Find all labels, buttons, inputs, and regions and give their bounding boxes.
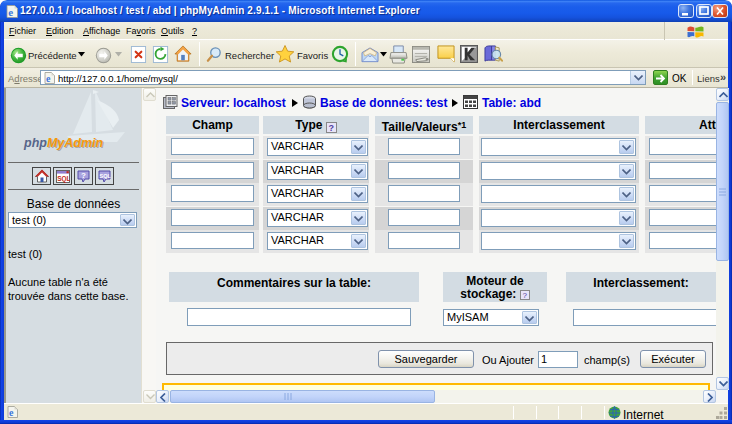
svg-text:?: ?	[81, 171, 86, 180]
svg-text:e: e	[9, 407, 14, 418]
svg-text:SQL: SQL	[100, 173, 112, 179]
svg-text:e: e	[8, 6, 13, 18]
svg-text:e: e	[46, 73, 51, 84]
svg-text:SQL: SQL	[57, 175, 70, 183]
